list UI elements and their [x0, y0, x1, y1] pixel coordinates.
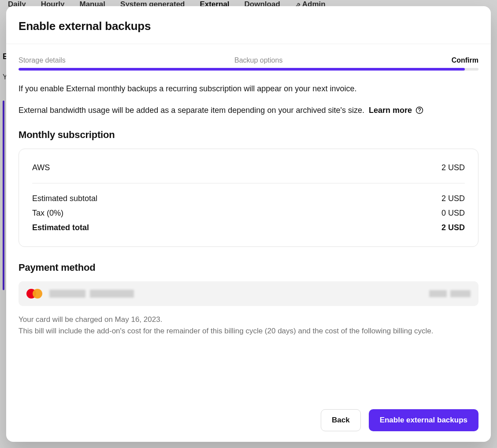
monthly-subscription-heading: Monthly subscription — [19, 129, 478, 141]
redacted-segment — [429, 290, 447, 297]
price-value-tax: 0 USD — [441, 209, 465, 218]
pricing-card: AWS 2 USD Estimated subtotal 2 USD Tax (… — [19, 149, 478, 247]
mastercard-icon — [26, 288, 42, 299]
card-details-redacted — [49, 290, 422, 298]
learn-more-link[interactable]: Learn more — [369, 106, 423, 115]
price-row-provider: AWS 2 USD — [32, 161, 465, 175]
price-row-subtotal: Estimated subtotal 2 USD — [32, 191, 465, 206]
price-label-provider: AWS — [32, 163, 50, 172]
price-label-subtotal: Estimated subtotal — [32, 194, 97, 203]
modal-header: Enable external backups — [6, 6, 491, 44]
bandwidth-note: External bandwidth usage will be added a… — [19, 106, 364, 115]
price-label-total: Estimated total — [32, 223, 89, 232]
bandwidth-note-row: External bandwidth usage will be added a… — [19, 106, 478, 115]
charge-note: Your card will be charged on May 16, 202… — [19, 314, 478, 337]
redacted-segment — [49, 290, 85, 298]
stepper: Storage details Backup options Confirm — [19, 56, 478, 64]
enable-external-backups-modal: Enable external backups Storage details … — [6, 6, 491, 442]
close-icon — [468, 22, 476, 30]
card-expiry-redacted — [429, 290, 471, 297]
back-button[interactable]: Back — [321, 409, 361, 431]
price-value-total: 2 USD — [441, 223, 465, 232]
charge-note-line2: This bill will include the add-on's cost… — [19, 327, 434, 335]
price-value-provider: 2 USD — [441, 163, 465, 172]
price-row-tax: Tax (0%) 0 USD — [32, 206, 465, 220]
enable-external-backups-button[interactable]: Enable external backups — [369, 409, 478, 431]
modal-footer: Back Enable external backups — [6, 400, 491, 442]
modal-body: Storage details Backup options Confirm I… — [6, 44, 491, 400]
help-circle-icon — [415, 106, 423, 114]
redacted-segment — [90, 290, 134, 298]
price-row-total: Estimated total 2 USD — [32, 220, 465, 235]
learn-more-label: Learn more — [369, 106, 412, 115]
price-label-tax: Tax (0%) — [32, 209, 63, 218]
price-divider — [32, 183, 465, 183]
charge-note-line1: Your card will be charged on May 16, 202… — [19, 315, 162, 324]
payment-method-heading: Payment method — [19, 262, 478, 273]
subscription-description: If you enable External monthly backups a… — [19, 83, 478, 95]
modal-title: Enable external backups — [19, 19, 151, 33]
svg-line-1 — [470, 24, 474, 28]
price-value-subtotal: 2 USD — [441, 194, 465, 203]
redacted-segment — [450, 290, 471, 297]
step-backup-options: Backup options — [234, 56, 282, 64]
step-storage-details: Storage details — [19, 56, 66, 64]
svg-line-0 — [470, 24, 474, 28]
progress-track — [19, 68, 478, 71]
progress-bar — [19, 68, 465, 71]
step-confirm: Confirm — [452, 56, 478, 64]
close-button[interactable] — [465, 20, 478, 33]
payment-method-card — [19, 281, 478, 306]
